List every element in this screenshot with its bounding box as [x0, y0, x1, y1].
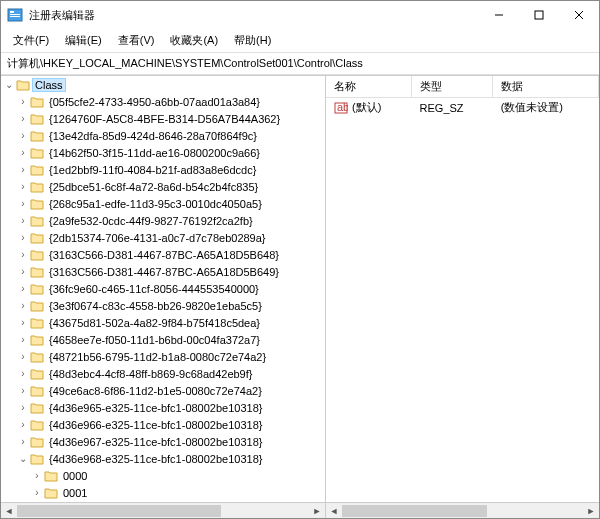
tree-item[interactable]: ›{49ce6ac8-6f86-11d2-b1e5-0080c72e74a2}: [17, 382, 325, 399]
expander-icon[interactable]: ›: [17, 96, 29, 107]
titlebar: 注册表编辑器: [1, 1, 599, 29]
close-button[interactable]: [559, 1, 599, 29]
tree-item[interactable]: ›{25dbce51-6c8f-4a72-8a6d-b54c2b4fc835}: [17, 178, 325, 195]
folder-icon: [30, 266, 44, 278]
expander-icon[interactable]: ›: [17, 164, 29, 175]
folder-icon: [30, 130, 44, 142]
tree-item[interactable]: ›{4658ee7e-f050-11d1-b6bd-00c04fa372a7}: [17, 331, 325, 348]
tree-item-label: 0001: [61, 487, 89, 499]
content: ⌄Class›{05f5cfe2-4733-4950-a6bb-07aad01a…: [1, 75, 599, 502]
scroll-left-icon[interactable]: ◄: [1, 506, 17, 516]
tree-item[interactable]: ⌄Class: [3, 76, 325, 93]
menu-file[interactable]: 文件(F): [5, 31, 57, 50]
tree-item[interactable]: ›{2db15374-706e-4131-a0c7-d7c78eb0289a}: [17, 229, 325, 246]
expander-icon[interactable]: ⌄: [3, 79, 15, 90]
expander-icon[interactable]: ›: [17, 147, 29, 158]
expander-icon[interactable]: ›: [17, 385, 29, 396]
tree-item[interactable]: ›{43675d81-502a-4a82-9f84-b75f418c5dea}: [17, 314, 325, 331]
tree-item[interactable]: ›{3163C566-D381-4467-87BC-A65A18D5B649}: [17, 263, 325, 280]
tree-item-label: {49ce6ac8-6f86-11d2-b1e5-0080c72e74a2}: [47, 385, 264, 397]
scroll-right-icon[interactable]: ►: [309, 506, 325, 516]
minimize-button[interactable]: [479, 1, 519, 29]
tree-item[interactable]: ›{05f5cfe2-4733-4950-a6bb-07aad01a3a84}: [17, 93, 325, 110]
expander-icon[interactable]: ›: [17, 368, 29, 379]
tree-item[interactable]: ›{3e3f0674-c83c-4558-bb26-9820e1eba5c5}: [17, 297, 325, 314]
col-name[interactable]: 名称: [326, 76, 412, 98]
maximize-button[interactable]: [519, 1, 559, 29]
menu-help[interactable]: 帮助(H): [226, 31, 279, 50]
app-icon: [7, 7, 23, 23]
address-bar[interactable]: 计算机\HKEY_LOCAL_MACHINE\SYSTEM\ControlSet…: [1, 53, 599, 75]
tree-item[interactable]: ›{2a9fe532-0cdc-44f9-9827-76192f2ca2fb}: [17, 212, 325, 229]
tree-pane[interactable]: ⌄Class›{05f5cfe2-4733-4950-a6bb-07aad01a…: [1, 76, 326, 502]
tree-item[interactable]: ›{48721b56-6795-11d2-b1a8-0080c72e74a2}: [17, 348, 325, 365]
tree-item-label: {4d36e966-e325-11ce-bfc1-08002be10318}: [47, 419, 264, 431]
expander-icon[interactable]: ›: [17, 300, 29, 311]
svg-rect-3: [10, 16, 20, 17]
expander-icon[interactable]: ›: [17, 249, 29, 260]
tree-item-label: {13e42dfa-85d9-424d-8646-28a70f864f9c}: [47, 130, 259, 142]
tree-item[interactable]: ›{4d36e967-e325-11ce-bfc1-08002be10318}: [17, 433, 325, 450]
folder-icon: [16, 79, 30, 91]
folder-icon: [30, 351, 44, 363]
menu-view[interactable]: 查看(V): [110, 31, 163, 50]
expander-icon[interactable]: ›: [17, 317, 29, 328]
expander-icon[interactable]: ›: [17, 402, 29, 413]
expander-icon[interactable]: ›: [17, 232, 29, 243]
tree-item-label: {36fc9e60-c465-11cf-8056-444553540000}: [47, 283, 261, 295]
folder-icon: [30, 164, 44, 176]
tree-item[interactable]: ›0000: [31, 467, 325, 484]
tree-item[interactable]: ›{1ed2bbf9-11f0-4084-b21f-ad83a8e6dcdc}: [17, 161, 325, 178]
folder-icon: [30, 334, 44, 346]
folder-icon: [30, 283, 44, 295]
tree-item[interactable]: ›{268c95a1-edfe-11d3-95c3-0010dc4050a5}: [17, 195, 325, 212]
expander-icon[interactable]: ›: [17, 198, 29, 209]
tree-item[interactable]: ›{3163C566-D381-4467-87BC-A65A18D5B648}: [17, 246, 325, 263]
value-row[interactable]: ab(默认) REG_SZ (数值未设置): [326, 98, 599, 118]
expander-icon[interactable]: ›: [17, 283, 29, 294]
expander-icon[interactable]: ›: [17, 215, 29, 226]
scroll-right-icon[interactable]: ►: [583, 506, 599, 516]
folder-icon: [30, 181, 44, 193]
tree-item[interactable]: ›0001: [31, 484, 325, 501]
col-type[interactable]: 类型: [412, 76, 493, 98]
tree-item[interactable]: ›{4d36e966-e325-11ce-bfc1-08002be10318}: [17, 416, 325, 433]
scroll-track-right[interactable]: [342, 503, 583, 518]
folder-icon: [30, 317, 44, 329]
expander-icon[interactable]: ›: [17, 334, 29, 345]
value-name: (默认): [352, 101, 381, 113]
expander-icon[interactable]: ›: [31, 470, 43, 481]
expander-icon[interactable]: ›: [17, 181, 29, 192]
values-pane[interactable]: 名称 类型 数据 ab(默认) REG_SZ (数值未设置): [326, 76, 599, 502]
tree-item[interactable]: ›{36fc9e60-c465-11cf-8056-444553540000}: [17, 280, 325, 297]
tree-item-label: {48721b56-6795-11d2-b1a8-0080c72e74a2}: [47, 351, 268, 363]
tree-item[interactable]: ›{1264760F-A5C8-4BFE-B314-D56A7B44A362}: [17, 110, 325, 127]
tree-item[interactable]: ›{4d36e965-e325-11ce-bfc1-08002be10318}: [17, 399, 325, 416]
expander-icon[interactable]: ›: [17, 266, 29, 277]
expander-icon[interactable]: ⌄: [17, 453, 29, 464]
expander-icon[interactable]: ›: [17, 130, 29, 141]
tree-item-label: {1264760F-A5C8-4BFE-B314-D56A7B44A362}: [47, 113, 282, 125]
tree-item[interactable]: ›{13e42dfa-85d9-424d-8646-28a70f864f9c}: [17, 127, 325, 144]
expander-icon[interactable]: ›: [31, 487, 43, 498]
svg-rect-2: [10, 14, 20, 15]
tree-item[interactable]: ›{48d3ebc4-4cf8-48ff-b869-9c68ad42eb9f}: [17, 365, 325, 382]
tree-item[interactable]: ›{14b62f50-3f15-11dd-ae16-0800200c9a66}: [17, 144, 325, 161]
tree-item[interactable]: ⌄{4d36e968-e325-11ce-bfc1-08002be10318}: [17, 450, 325, 467]
expander-icon[interactable]: ›: [17, 436, 29, 447]
scroll-left-icon[interactable]: ◄: [326, 506, 342, 516]
tree-item[interactable]: ›0002: [31, 501, 325, 502]
folder-icon: [30, 300, 44, 312]
tree-item-label: {48d3ebc4-4cf8-48ff-b869-9c68ad42eb9f}: [47, 368, 254, 380]
menu-fav[interactable]: 收藏夹(A): [162, 31, 226, 50]
menu-edit[interactable]: 编辑(E): [57, 31, 110, 50]
scroll-track-left[interactable]: [17, 503, 309, 518]
folder-icon: [30, 368, 44, 380]
folder-icon: [30, 147, 44, 159]
folder-icon: [30, 419, 44, 431]
expander-icon[interactable]: ›: [17, 113, 29, 124]
col-data[interactable]: 数据: [493, 76, 599, 98]
expander-icon[interactable]: ›: [17, 351, 29, 362]
folder-icon: [44, 487, 58, 499]
expander-icon[interactable]: ›: [17, 419, 29, 430]
